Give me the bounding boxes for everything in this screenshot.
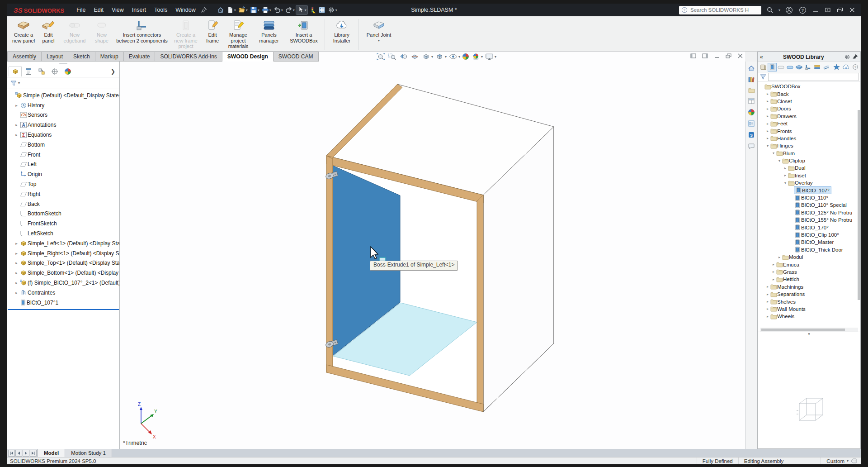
view-orientation-dropdown-icon[interactable]: ▾ [431, 55, 433, 59]
library-laminates-button[interactable] [786, 63, 794, 71]
viewport-split-left-button[interactable] [690, 53, 696, 58]
menu-tools[interactable]: Tools [150, 4, 171, 16]
expander-icon[interactable]: ▾ [783, 181, 788, 185]
tree-item-bottomsketch[interactable]: BottomSketch [7, 209, 119, 219]
dimxpertmanager-tab[interactable] [48, 67, 61, 76]
user-account-button[interactable] [785, 6, 793, 14]
solidworks-resources-button[interactable] [748, 65, 755, 72]
next-sheet-button[interactable] [23, 450, 29, 457]
edit-appearance-button[interactable] [462, 52, 470, 61]
download-libraries-button[interactable] [842, 63, 850, 71]
library-item-blcto-master[interactable]: BlCtO_Master [758, 238, 860, 246]
hide-show-items-button[interactable]: ▾ [448, 52, 461, 61]
viewport-split-right-button[interactable] [702, 53, 708, 58]
tree-item-equations[interactable]: ▸ΣEquations [7, 130, 119, 140]
tree-item-simple-top-1-default[interactable]: ▸Simple_Top<1> (Default) <Display State-… [7, 258, 119, 268]
library-item-cliptop[interactable]: ▾Cliptop [758, 157, 860, 164]
library-profiles-button[interactable] [822, 63, 830, 71]
last-sheet-button[interactable] [30, 450, 37, 457]
tree-item-top[interactable]: Top [7, 179, 119, 189]
expander-icon[interactable]: ▸ [771, 277, 776, 281]
configurationmanager-tab[interactable] [35, 67, 48, 76]
tree-item-blcto-107-1[interactable]: BlCtO_107°1 [7, 298, 119, 308]
expander-icon[interactable]: ▾ [765, 144, 770, 148]
apply-scene-dropdown-icon[interactable]: ▾ [481, 55, 483, 59]
tab-assembly[interactable]: Assembly [7, 52, 42, 62]
viewport-close-button[interactable] [737, 53, 743, 58]
tree-item-simple-bottom-1-defaul[interactable]: ▸Simple_Bottom<1> (Default) <Display Sta… [7, 268, 119, 278]
expander-icon[interactable]: ▸ [765, 122, 770, 126]
expander-icon[interactable]: ▸ [765, 99, 770, 103]
view-settings-dropdown-icon[interactable]: ▾ [495, 55, 496, 59]
expander-icon[interactable]: ▸ [14, 103, 19, 108]
expander-icon[interactable]: ▸ [14, 261, 19, 265]
previous-sheet-button[interactable] [15, 450, 22, 457]
tree-item-simple-right-1-default[interactable]: ▸Simple_Right<1> (Default) <Display Stat… [7, 248, 119, 258]
rebuild-button[interactable] [308, 5, 317, 14]
library-item-fronts[interactable]: ▸Fronts [758, 127, 860, 134]
tree-item-origin[interactable]: Origin [7, 169, 119, 179]
expander-icon[interactable]: ▾ [771, 151, 776, 155]
options-button[interactable]: ▾ [327, 5, 338, 14]
expander-icon[interactable]: ▸ [765, 107, 770, 111]
create-a-new-panel-button[interactable]: Create a new panel [10, 18, 37, 44]
library-item-blcto-110[interactable]: BlCtO_110° [758, 194, 860, 201]
library-installer-button[interactable]: Library Installer [327, 18, 357, 44]
view-palette-button[interactable] [748, 97, 755, 105]
library-item-inset[interactable]: ▸Inset [758, 172, 860, 179]
new-document-button[interactable]: ▾ [226, 5, 237, 14]
menu-insert[interactable]: Insert [128, 4, 150, 16]
tab-layout[interactable]: Layout [42, 52, 68, 62]
first-sheet-button[interactable] [8, 450, 15, 457]
restore-button[interactable] [825, 7, 831, 13]
library-settings-icon[interactable] [844, 54, 850, 60]
library-connectors-button[interactable] [804, 63, 812, 71]
menu-window[interactable]: Window [171, 4, 199, 16]
search-input[interactable] [689, 7, 750, 13]
expander-icon[interactable]: ▸ [783, 173, 788, 177]
panel-flyout-icon[interactable]: ❯ [111, 68, 118, 75]
new-document-dropdown-icon[interactable]: ▾ [234, 8, 236, 12]
library-item-blcto-125-no-protru[interactable]: BlCtO_125° No Protru [758, 209, 860, 216]
library-item-blcto-155-no-protru[interactable]: BlCtO_155° No Protru [758, 216, 860, 224]
expander-icon[interactable]: ▸ [771, 270, 776, 274]
section-view-button[interactable] [410, 52, 420, 61]
tree-item-simple-default-defaul[interactable]: Simple (Default) <Default_Display State-… [7, 91, 119, 100]
tree-item-right[interactable]: Right [7, 189, 119, 199]
appearances-scenes-button[interactable] [748, 109, 755, 116]
library-item-closet[interactable]: ▸Closet [758, 98, 860, 105]
menu-edit[interactable]: Edit [90, 4, 108, 16]
expander-icon[interactable]: ▸ [14, 291, 19, 295]
displaymanager-tab[interactable] [61, 67, 74, 76]
library-item-back[interactable]: ▸Back [758, 90, 860, 97]
filter-caret-icon[interactable]: ▾ [18, 81, 20, 85]
library-hscrollbar[interactable] [760, 328, 858, 332]
previous-view-button[interactable] [398, 52, 409, 61]
view-settings-button[interactable]: ▾ [484, 52, 497, 61]
library-filter-funnel-icon[interactable] [760, 74, 767, 80]
library-item-feet[interactable]: ▸Feet [758, 120, 860, 127]
panel-joint-button[interactable]: Panel Joint▾ [364, 18, 393, 43]
view-orientation-button[interactable]: ▾ [421, 52, 434, 61]
zoom-to-fit-button[interactable] [376, 52, 386, 61]
tree-item-sensors[interactable]: Sensors [7, 110, 119, 120]
redo-button[interactable]: ▾ [284, 5, 296, 14]
expander-icon[interactable]: ▸ [783, 166, 788, 170]
tree-item-frontsketch[interactable]: FrontSketch [7, 219, 119, 229]
tree-item-annotations[interactable]: ▸AAnnotations [7, 120, 119, 130]
tree-item-leftsketch[interactable]: LeftSketch [7, 229, 119, 238]
expander-icon[interactable]: ▸ [765, 92, 770, 96]
menu-view[interactable]: View [108, 4, 128, 16]
tab-sketch[interactable]: Sketch [68, 52, 95, 62]
library-item-hettich[interactable]: ▸Hettich [758, 276, 860, 283]
library-filter-input[interactable] [768, 73, 859, 81]
insert-connectors-between-2-components-button[interactable]: Insert connectors between 2 components [114, 18, 170, 44]
zoom-to-area-button[interactable] [387, 52, 397, 61]
library-item-blcto-170[interactable]: BlCtO_170° [758, 224, 860, 231]
tab-solidworks-add-ins[interactable]: SOLIDWORKS Add-Ins [155, 52, 222, 62]
save-dropdown-icon[interactable]: ▾ [258, 8, 259, 12]
expander-icon[interactable]: ▸ [777, 255, 782, 259]
viewport-restore-button[interactable] [726, 53, 731, 58]
tag-icon[interactable] [851, 458, 857, 464]
library-panels-button[interactable] [759, 63, 768, 71]
